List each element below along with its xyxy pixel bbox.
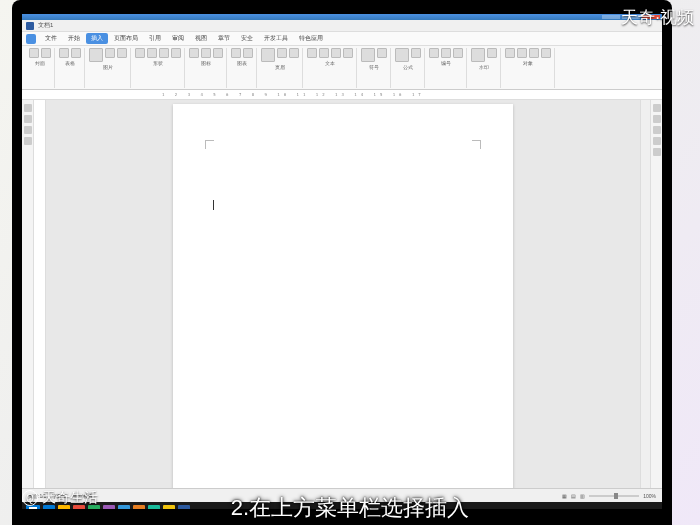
view-mode-icon[interactable]: ▤ (571, 493, 576, 499)
ribbon-group: 公式 (392, 48, 425, 88)
ribbon-toolbar: 封面表格图片形状图标图表页眉文本符号公式编号水印对象 (22, 46, 662, 90)
menu-tab[interactable]: 章节 (213, 33, 235, 44)
wps-logo-icon[interactable] (26, 34, 36, 44)
taskbar-app-icon[interactable] (163, 505, 175, 510)
ribbon-command-icon[interactable] (171, 48, 181, 58)
menu-tab[interactable]: 开发工具 (259, 33, 293, 44)
watermark-bottom-left: Q 天奇生活 (22, 489, 98, 507)
panel-icon[interactable] (24, 104, 32, 112)
ribbon-command-icon[interactable] (277, 48, 287, 58)
ribbon-command-icon[interactable] (71, 48, 81, 58)
ribbon-command-icon[interactable] (411, 48, 421, 58)
taskbar-app-icon[interactable] (178, 505, 190, 510)
horizontal-ruler[interactable]: 1 2 3 4 5 6 7 8 9 10 11 12 13 14 15 16 1… (22, 90, 662, 100)
document-page[interactable] (173, 104, 513, 488)
ribbon-command-icon[interactable] (261, 48, 275, 62)
ribbon-command-icon[interactable] (471, 48, 485, 62)
ribbon-command-icon[interactable] (487, 48, 497, 58)
ribbon-command-icon[interactable] (189, 48, 199, 58)
menu-tab[interactable]: 插入 (86, 33, 108, 44)
workspace (22, 100, 662, 488)
taskbar-app-icon[interactable] (133, 505, 145, 510)
ribbon-group-label: 水印 (479, 64, 489, 70)
ribbon-command-icon[interactable] (541, 48, 551, 58)
panel-icon[interactable] (653, 137, 661, 145)
ribbon-command-icon[interactable] (201, 48, 211, 58)
panel-icon[interactable] (24, 137, 32, 145)
panel-icon[interactable] (653, 148, 661, 156)
ribbon-command-icon[interactable] (59, 48, 69, 58)
ribbon-command-icon[interactable] (307, 48, 317, 58)
ribbon-group: 水印 (468, 48, 501, 88)
ribbon-command-icon[interactable] (105, 48, 115, 58)
menu-tab[interactable]: 特色应用 (294, 33, 328, 44)
ribbon-group: 形状 (132, 48, 185, 88)
video-subtitle: 2.在上方菜单栏选择插入 (231, 493, 469, 523)
ribbon-command-icon[interactable] (395, 48, 409, 62)
menu-tab[interactable]: 安全 (236, 33, 258, 44)
ribbon-command-icon[interactable] (319, 48, 329, 58)
menu-tab[interactable]: 审阅 (167, 33, 189, 44)
page-area[interactable] (46, 100, 640, 488)
ribbon-command-icon[interactable] (377, 48, 387, 58)
ribbon-command-icon[interactable] (29, 48, 39, 58)
ribbon-command-icon[interactable] (159, 48, 169, 58)
ribbon-group-label: 对象 (523, 60, 533, 66)
tray-icon[interactable]: ▲ (638, 508, 643, 510)
system-tray[interactable]: ▲ 13:58 (638, 508, 658, 510)
ribbon-command-icon[interactable] (117, 48, 127, 58)
ribbon-command-icon[interactable] (343, 48, 353, 58)
ribbon-group-label: 文本 (325, 60, 335, 66)
ribbon-command-icon[interactable] (89, 48, 103, 62)
panel-icon[interactable] (653, 104, 661, 112)
menu-tab[interactable]: 页面布局 (109, 33, 143, 44)
text-cursor (213, 200, 214, 210)
ribbon-command-icon[interactable] (453, 48, 463, 58)
ribbon-command-icon[interactable] (135, 48, 145, 58)
ribbon-group: 符号 (358, 48, 391, 88)
ribbon-command-icon[interactable] (147, 48, 157, 58)
ribbon-command-icon[interactable] (331, 48, 341, 58)
taskbar-app-icon[interactable] (103, 505, 115, 510)
ribbon-command-icon[interactable] (231, 48, 241, 58)
ribbon-group: 图表 (228, 48, 257, 88)
zoom-level[interactable]: 100% (643, 493, 656, 499)
clock[interactable]: 13:58 (645, 508, 658, 510)
zoom-slider[interactable] (589, 495, 639, 497)
ribbon-command-icon[interactable] (41, 48, 51, 58)
menu-tab[interactable]: 开始 (63, 33, 85, 44)
menu-tab[interactable]: 视图 (190, 33, 212, 44)
ribbon-command-icon[interactable] (213, 48, 223, 58)
menu-tab[interactable]: 引用 (144, 33, 166, 44)
panel-icon[interactable] (24, 126, 32, 134)
ribbon-command-icon[interactable] (517, 48, 527, 58)
ribbon-command-icon[interactable] (505, 48, 515, 58)
ribbon-command-icon[interactable] (289, 48, 299, 58)
ribbon-group: 封面 (26, 48, 55, 88)
ribbon-command-icon[interactable] (429, 48, 439, 58)
vertical-ruler[interactable] (34, 100, 46, 488)
watermark-icon: Q (22, 490, 38, 506)
taskbar-app-icon[interactable] (118, 505, 130, 510)
ribbon-group-label: 形状 (153, 60, 163, 66)
ribbon-group: 编号 (426, 48, 467, 88)
ribbon-group: 文本 (304, 48, 357, 88)
menu-tab[interactable]: 文件 (40, 33, 62, 44)
minimize-button[interactable] (602, 15, 620, 19)
ribbon-command-icon[interactable] (529, 48, 539, 58)
view-mode-icon[interactable]: ▥ (580, 493, 585, 499)
view-mode-icon[interactable]: ▦ (562, 493, 567, 499)
menu-bar: 文件开始插入页面布局引用审阅视图章节安全开发工具特色应用 (22, 32, 662, 46)
taskbar-app-icon[interactable] (148, 505, 160, 510)
ribbon-command-icon[interactable] (361, 48, 375, 62)
panel-icon[interactable] (653, 115, 661, 123)
ribbon-command-icon[interactable] (441, 48, 451, 58)
panel-icon[interactable] (24, 115, 32, 123)
panel-icon[interactable] (653, 126, 661, 134)
ribbon-command-icon[interactable] (243, 48, 253, 58)
left-side-panel (22, 100, 34, 488)
ribbon-group-label: 编号 (441, 60, 451, 66)
vertical-scrollbar[interactable] (640, 100, 650, 488)
ribbon-group-label: 公式 (403, 64, 413, 70)
screen: 文档1 文件开始插入页面布局引用审阅视图章节安全开发工具特色应用 封面表格图片形… (22, 14, 662, 509)
